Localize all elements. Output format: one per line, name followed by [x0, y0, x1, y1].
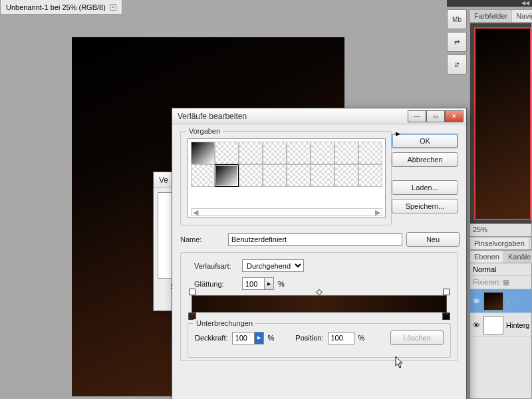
load-button[interactable]: Laden... [392, 180, 458, 195]
navigator-panel [469, 23, 532, 230]
dock-column: Mb ⇄ ⇵ [447, 9, 467, 77]
maximize-button[interactable]: ▭ [426, 110, 445, 122]
layer-row[interactable]: 👁 🔗 [470, 289, 531, 313]
layers-panel: Normal Fixieren: ▦ 👁 🔗 👁 Hinterg [469, 263, 532, 399]
position-input[interactable] [328, 332, 354, 344]
stepper-icon[interactable]: ▶ [255, 332, 264, 344]
opacity-stop[interactable] [189, 289, 196, 295]
position-label: Position: [295, 334, 323, 342]
tab-layers[interactable]: Ebenen [470, 251, 504, 263]
gradient-preset[interactable] [334, 164, 358, 187]
new-button[interactable]: Neu [406, 232, 460, 247]
gradient-preset[interactable] [311, 142, 334, 164]
panel-group-color: Farbfelder Navig [469, 9, 532, 23]
minimize-button[interactable]: — [408, 110, 426, 122]
navigator-zoom[interactable]: 25% [469, 223, 532, 237]
stepper-icon[interactable]: ▶ [265, 277, 274, 290]
smoothness-input[interactable] [242, 277, 265, 290]
preset-list: ◀▶ [188, 138, 386, 218]
gradient-preset[interactable] [239, 164, 263, 187]
visibility-icon[interactable]: 👁 [471, 297, 481, 305]
gradient-preset[interactable] [215, 142, 239, 164]
name-input[interactable] [228, 233, 402, 246]
layer-row[interactable]: 👁 Hinterg [470, 313, 531, 337]
gradient-editor-dialog: Verläufe bearbeiten — ▭ ✕ OK Abbrechen L… [172, 108, 467, 399]
gradient-preset[interactable] [334, 142, 358, 164]
title-bar[interactable]: Verläufe bearbeiten — ▭ ✕ [172, 108, 466, 124]
tab-channels[interactable]: Kanäle [504, 251, 532, 263]
layer-thumbnail[interactable] [483, 316, 503, 334]
document-tab-title: Unbenannt-1 bei 25% (RGB/8) [6, 3, 106, 11]
gradient-preset[interactable] [287, 142, 311, 164]
cancel-button[interactable]: Abbrechen [392, 152, 458, 167]
layer-name: Hinterg [506, 321, 529, 329]
ok-button[interactable]: OK [392, 134, 458, 148]
dock-btn-history-icon[interactable]: ⇄ [447, 32, 467, 52]
presets-legend: Vorgaben [186, 127, 223, 135]
gradient-preset[interactable] [358, 142, 382, 164]
opacity-input[interactable] [232, 332, 255, 344]
dock-btn-mb[interactable]: Mb [447, 9, 467, 29]
tab-swatches[interactable]: Farbfelder [470, 10, 512, 22]
preset-menu-icon[interactable]: ▶ [396, 130, 400, 137]
dock-btn-actions-icon[interactable]: ⇵ [447, 55, 467, 74]
gradient-preset[interactable] [239, 142, 263, 164]
smoothness-label: Glättung: [194, 280, 238, 288]
percent-label: % [268, 334, 275, 342]
percent-label: % [358, 334, 365, 342]
name-label: Name: [180, 235, 224, 243]
close-button[interactable]: ✕ [445, 110, 464, 122]
tab-navigator[interactable]: Navig [512, 10, 532, 22]
gradient-preset[interactable] [311, 164, 334, 187]
gradient-preset[interactable] [263, 164, 287, 187]
color-stop[interactable] [443, 313, 450, 320]
panel-collapse-strip[interactable]: ◀◀ [447, 0, 532, 7]
gradient-type-select[interactable]: Durchgehend [242, 259, 304, 272]
blend-mode-select[interactable]: Normal [470, 263, 531, 276]
gradient-preset[interactable] [215, 164, 239, 187]
panel-group-layers: Ebenen Kanäle [469, 250, 532, 263]
midpoint-icon[interactable] [316, 289, 323, 296]
layer-thumbnail[interactable] [483, 292, 503, 311]
gradient-bar[interactable] [192, 295, 447, 313]
document-tab[interactable]: Unbenannt-1 bei 25% (RGB/8) × [0, 0, 122, 15]
percent-label: % [278, 280, 285, 288]
navigator-thumbnail[interactable] [474, 27, 531, 220]
delete-stop-button[interactable]: Löschen [390, 331, 444, 345]
stops-legend: Unterbrechungen [194, 319, 255, 327]
gradient-preset[interactable] [191, 142, 215, 164]
tab-brush-presets[interactable]: Pinselvorgaben [470, 237, 529, 249]
type-label: Verlaufsart: [194, 262, 238, 270]
close-tab-icon[interactable]: × [110, 4, 116, 11]
lock-transparency-icon[interactable]: ▦ [503, 278, 509, 286]
dialog-title: Verläufe bearbeiten [178, 112, 408, 121]
gradient-preset[interactable] [191, 164, 215, 187]
panel-group-brush: Pinselvorgaben [469, 237, 532, 250]
lock-label: Fixieren: [473, 278, 501, 286]
visibility-icon[interactable]: 👁 [471, 321, 481, 329]
gradient-preset[interactable] [263, 142, 287, 164]
gradient-preset[interactable] [358, 164, 382, 187]
gradient-preset[interactable] [287, 164, 311, 187]
collapse-arrows-icon: ◀◀ [521, 0, 529, 6]
save-button[interactable]: Speichern... [392, 199, 458, 213]
opacity-label: Deckkraft: [195, 334, 228, 342]
gradient-ramp[interactable] [192, 295, 447, 313]
preset-scrollbar[interactable]: ◀▶ [191, 208, 382, 216]
opacity-stop[interactable] [443, 289, 450, 295]
